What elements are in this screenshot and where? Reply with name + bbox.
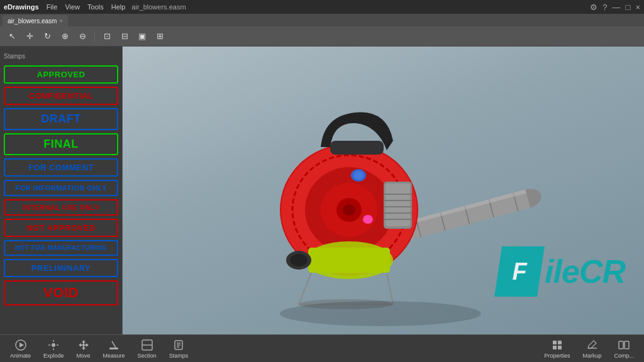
bottom-toolbar: Animate Explode Move Measure Section Sta… bbox=[0, 334, 644, 362]
tab-close-button[interactable]: × bbox=[59, 18, 62, 24]
section-bottom-label: Section bbox=[138, 353, 157, 359]
window-controls: ⚙ ? — □ × bbox=[590, 3, 640, 12]
section-bottom-button[interactable]: Section bbox=[133, 337, 162, 360]
stamp-void[interactable]: VOID bbox=[4, 280, 118, 305]
watermark: F ileCR bbox=[494, 246, 625, 297]
pan-tool-button[interactable]: ✛ bbox=[23, 30, 36, 43]
svg-line-32 bbox=[387, 273, 393, 304]
stamp-internal-use-only[interactable]: INTERNAL USE ONLY bbox=[4, 199, 118, 216]
measure-button[interactable]: ⊟ bbox=[118, 30, 131, 43]
svg-point-28 bbox=[363, 215, 373, 224]
tab-bar: air_blowers.easm × bbox=[0, 14, 644, 26]
svg-point-35 bbox=[280, 301, 481, 326]
properties-label: Properties bbox=[544, 353, 570, 359]
properties-icon bbox=[550, 338, 564, 352]
svg-rect-53 bbox=[558, 341, 562, 344]
maximize-button[interactable]: □ bbox=[626, 3, 631, 12]
watermark-icon: F bbox=[494, 246, 545, 297]
move-icon bbox=[77, 338, 91, 352]
measure-bottom-icon bbox=[107, 338, 121, 352]
stamp-confidential[interactable]: CONFIDENTIAL bbox=[4, 87, 118, 105]
svg-point-27 bbox=[353, 171, 364, 180]
measure-bottom-button[interactable]: Measure bbox=[98, 337, 130, 360]
menu-bar: File View Tools Help bbox=[47, 3, 126, 11]
svg-rect-58 bbox=[625, 341, 629, 349]
stamp-not-approved[interactable]: NOT APPROVED bbox=[4, 219, 118, 237]
stamps-icon bbox=[172, 338, 186, 352]
move-label: Move bbox=[77, 353, 91, 359]
3d-viewport[interactable]: F ileCR bbox=[123, 47, 644, 334]
file-name-title: air_blowers.easm bbox=[131, 3, 186, 11]
explode-icon bbox=[47, 338, 60, 352]
move-button[interactable]: Move bbox=[72, 337, 96, 360]
stamp-not-for-manufacturing[interactable]: NOT FOR MANUFACTURING bbox=[4, 240, 118, 256]
svg-rect-18 bbox=[330, 141, 384, 155]
stamp-for-comment[interactable]: FOR COMMENT bbox=[4, 158, 118, 177]
tab-label: air_blowers.easm bbox=[8, 18, 57, 25]
extra-button[interactable]: ⊞ bbox=[153, 30, 167, 43]
explode-button[interactable]: Explode bbox=[38, 337, 69, 360]
svg-point-14 bbox=[343, 204, 355, 216]
markup-button[interactable]: Markup bbox=[577, 337, 606, 360]
left-panel: Stamps APPROVED CONFIDENTIAL DRAFT FINAL… bbox=[0, 47, 123, 334]
animate-button[interactable]: Animate bbox=[5, 337, 36, 360]
stamp-preliminary[interactable]: PRELIMINARY bbox=[4, 259, 118, 277]
stamps-label: Stamps bbox=[169, 353, 189, 359]
menu-tools[interactable]: Tools bbox=[87, 3, 104, 11]
watermark-icon-text: F bbox=[512, 258, 526, 285]
select-tool-button[interactable]: ↖ bbox=[5, 30, 19, 43]
svg-rect-44 bbox=[109, 348, 118, 349]
main-area: Stamps APPROVED CONFIDENTIAL DRAFT FINAL… bbox=[0, 47, 644, 334]
toolbar-separator-1 bbox=[94, 31, 95, 42]
compare-icon bbox=[617, 338, 631, 352]
left-panel-header: Stamps bbox=[4, 52, 118, 61]
bottom-right-buttons: Properties Markup Comp... bbox=[539, 337, 639, 360]
compare-button[interactable]: Comp... bbox=[609, 337, 639, 360]
stamp-for-information-only[interactable]: FOR INFORMATION ONLY bbox=[4, 180, 118, 196]
svg-rect-52 bbox=[553, 341, 557, 344]
fit-button[interactable]: ⊡ bbox=[100, 30, 114, 43]
menu-help[interactable]: Help bbox=[111, 3, 126, 11]
svg-rect-54 bbox=[553, 346, 557, 349]
toolbar: ↖ ✛ ↻ ⊕ ⊖ ⊡ ⊟ ▣ ⊞ bbox=[0, 26, 644, 47]
measure-bottom-label: Measure bbox=[103, 353, 125, 359]
zoom-out-button[interactable]: ⊖ bbox=[75, 30, 89, 43]
svg-rect-17 bbox=[308, 248, 390, 273]
animate-icon bbox=[14, 338, 28, 352]
svg-line-45 bbox=[112, 341, 116, 348]
zoom-in-button[interactable]: ⊕ bbox=[58, 30, 72, 43]
section-bottom-icon bbox=[140, 338, 154, 352]
explode-label: Explode bbox=[43, 353, 64, 359]
properties-button[interactable]: Properties bbox=[539, 337, 575, 360]
svg-line-31 bbox=[299, 273, 311, 304]
stamps-button[interactable]: Stamps bbox=[164, 337, 194, 360]
svg-marker-37 bbox=[19, 343, 24, 348]
watermark-text: ileCR bbox=[545, 253, 625, 290]
menu-view[interactable]: View bbox=[65, 3, 80, 11]
animate-label: Animate bbox=[10, 353, 31, 359]
tab-air-blowers[interactable]: air_blowers.easm × bbox=[3, 15, 68, 26]
minimize-button[interactable]: — bbox=[613, 3, 621, 12]
svg-rect-55 bbox=[558, 346, 562, 349]
stamp-approved[interactable]: APPROVED bbox=[4, 65, 118, 84]
section-button[interactable]: ▣ bbox=[135, 30, 149, 43]
compare-label: Comp... bbox=[614, 353, 634, 359]
stamp-draft[interactable]: DRAFT bbox=[4, 108, 118, 130]
gear-icon[interactable]: ⚙ bbox=[590, 3, 597, 12]
stamp-final[interactable]: FINAL bbox=[4, 133, 118, 155]
svg-marker-43 bbox=[79, 340, 89, 350]
svg-point-30 bbox=[290, 254, 308, 266]
title-bar: eDrawings File View Tools Help air_blowe… bbox=[0, 0, 644, 14]
menu-file[interactable]: File bbox=[47, 3, 58, 11]
svg-point-38 bbox=[52, 343, 55, 347]
help-icon[interactable]: ? bbox=[602, 3, 607, 12]
app-name: eDrawings bbox=[4, 3, 39, 11]
svg-rect-57 bbox=[619, 341, 623, 349]
close-button[interactable]: × bbox=[635, 3, 640, 12]
markup-label: Markup bbox=[582, 353, 601, 359]
markup-icon bbox=[585, 338, 599, 352]
rotate-tool-button[interactable]: ↻ bbox=[40, 30, 54, 43]
